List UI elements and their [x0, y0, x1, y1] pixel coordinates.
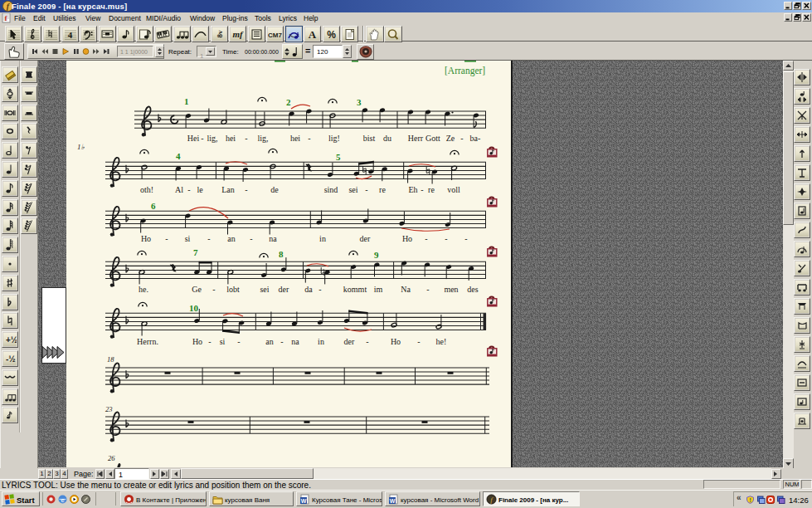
- svg-text:Herrn.: Herrn.: [137, 337, 158, 346]
- svg-text:%: %: [327, 29, 336, 41]
- svg-text:du: du: [383, 134, 391, 143]
- svg-text:lig!: lig!: [328, 134, 340, 143]
- svg-text:voll: voll: [447, 185, 460, 194]
- svg-text:Eh: Eh: [408, 185, 417, 194]
- svg-text:hei: hei: [226, 134, 236, 143]
- svg-text:Ho: Ho: [402, 234, 412, 243]
- svg-text:kommt: kommt: [343, 285, 367, 294]
- svg-text:[Arranger]: [Arranger]: [445, 66, 485, 76]
- svg-text:le: le: [197, 185, 203, 194]
- svg-text:-: -: [426, 285, 429, 294]
- svg-text:si: si: [185, 234, 191, 243]
- svg-text:an: an: [265, 337, 273, 346]
- svg-text:ba-: ba-: [470, 134, 481, 143]
- svg-text:de: de: [270, 185, 279, 194]
- svg-text:9: 9: [374, 250, 379, 260]
- svg-text:18: 18: [107, 355, 114, 364]
- svg-text:der: der: [360, 234, 371, 243]
- svg-text:-: -: [417, 337, 420, 346]
- svg-text:A: A: [309, 28, 317, 41]
- svg-text:Ho: Ho: [141, 234, 151, 243]
- svg-text:mf: mf: [233, 29, 245, 39]
- svg-text:Lan: Lan: [221, 185, 235, 194]
- svg-text:-: -: [425, 234, 427, 243]
- svg-text:sei: sei: [348, 185, 357, 194]
- svg-text:Ge: Ge: [192, 285, 202, 294]
- svg-text:CM7: CM7: [268, 32, 282, 39]
- svg-text:hei: hei: [290, 134, 300, 143]
- svg-text:+½: +½: [6, 335, 17, 344]
- svg-text:an: an: [227, 234, 235, 243]
- svg-text:lig,: lig,: [257, 134, 268, 143]
- svg-text:-: -: [445, 234, 447, 243]
- svg-text:Gott: Gott: [425, 134, 440, 143]
- svg-text:der: der: [279, 285, 289, 294]
- svg-text:-: -: [365, 185, 367, 194]
- svg-text:sei: sei: [260, 285, 269, 294]
- svg-text:-: -: [245, 134, 247, 143]
- svg-text:W: W: [390, 498, 396, 504]
- svg-text:-: -: [460, 134, 463, 143]
- svg-text:23: 23: [105, 405, 113, 413]
- svg-text:!: !: [749, 497, 751, 503]
- svg-text:3: 3: [357, 97, 362, 107]
- svg-text:Ze: Ze: [446, 134, 455, 143]
- svg-text:8: 8: [279, 249, 284, 259]
- svg-text:-: -: [237, 337, 240, 346]
- svg-text:-: -: [464, 234, 467, 243]
- svg-text:5: 5: [336, 152, 341, 162]
- svg-text:-: -: [308, 134, 310, 143]
- svg-text:-: -: [280, 337, 283, 346]
- svg-text:lobt: lobt: [226, 285, 240, 294]
- svg-text:8v: 8v: [216, 30, 224, 38]
- svg-text:1: 1: [184, 96, 189, 106]
- svg-text:2: 2: [286, 97, 291, 107]
- svg-text:-: -: [366, 337, 368, 346]
- svg-text:-: -: [318, 285, 321, 294]
- svg-text:Herr: Herr: [408, 134, 424, 143]
- svg-text:Na: Na: [401, 285, 411, 294]
- svg-text:1♭: 1♭: [77, 143, 85, 151]
- svg-text:da: da: [304, 285, 313, 294]
- svg-text:bist: bist: [363, 134, 376, 143]
- svg-text:oth!: oth!: [140, 185, 153, 194]
- svg-text:Hei: Hei: [187, 134, 200, 143]
- svg-text:4: 4: [176, 151, 181, 161]
- svg-text:6: 6: [151, 201, 156, 211]
- svg-text:-: -: [250, 234, 252, 243]
- svg-text:-: -: [165, 234, 168, 243]
- svg-text:na: na: [269, 234, 277, 243]
- svg-text:Ho: Ho: [391, 337, 401, 346]
- svg-text:-: -: [208, 337, 211, 346]
- svg-text:W: W: [301, 498, 307, 504]
- svg-text:-: -: [212, 285, 215, 294]
- svg-text:si: si: [220, 337, 226, 346]
- svg-text:-: -: [201, 134, 203, 143]
- svg-text:-: -: [421, 185, 423, 194]
- svg-text:10: 10: [189, 303, 199, 313]
- svg-text:re: re: [428, 185, 435, 194]
- svg-text:na: na: [291, 337, 299, 346]
- svg-text:sind: sind: [324, 185, 338, 194]
- svg-text:e: e: [61, 496, 64, 504]
- svg-text:men: men: [444, 285, 458, 294]
- svg-text:he!: he!: [436, 337, 447, 346]
- svg-text:des: des: [467, 285, 478, 294]
- svg-text:Ho: Ho: [192, 337, 202, 346]
- svg-text:der: der: [344, 337, 355, 346]
- svg-text:lig,: lig,: [207, 134, 217, 143]
- svg-text:7: 7: [193, 247, 198, 257]
- svg-text:re: re: [379, 185, 386, 194]
- svg-text:he.: he.: [139, 285, 148, 294]
- svg-text:26: 26: [108, 454, 115, 462]
- svg-text:-: -: [187, 185, 190, 194]
- svg-text:Al: Al: [175, 185, 183, 194]
- svg-text:im: im: [374, 285, 383, 294]
- svg-text:in: in: [319, 234, 326, 243]
- svg-text:-: -: [207, 234, 210, 243]
- svg-text:-½: -½: [6, 354, 16, 364]
- svg-text:4: 4: [67, 30, 72, 40]
- svg-text:in: in: [318, 337, 324, 346]
- svg-text:-: -: [245, 185, 247, 194]
